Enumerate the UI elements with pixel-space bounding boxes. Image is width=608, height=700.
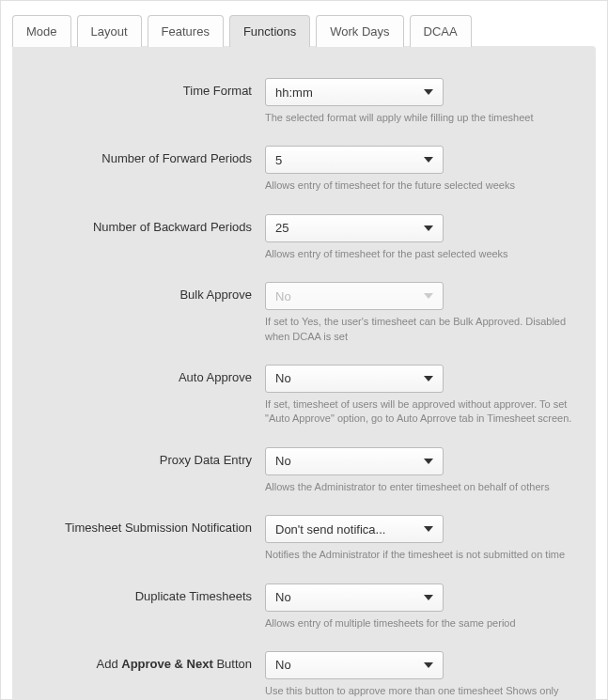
proxy-entry-select[interactable]: No [265, 447, 444, 475]
svg-marker-3 [424, 293, 433, 299]
field-control: No If set to Yes, the user's timesheet c… [265, 282, 573, 344]
field-control: Don't send notifica... Notifies the Admi… [265, 515, 573, 562]
svg-marker-2 [424, 226, 433, 231]
field-hint: If set to Yes, the user's timesheet can … [265, 315, 573, 344]
tab-functions[interactable]: Functions [229, 15, 310, 47]
field-label: Auto Approve [35, 365, 265, 384]
forward-periods-select[interactable]: 5 [265, 146, 444, 174]
chevron-down-icon [424, 595, 433, 600]
chevron-down-icon [424, 526, 433, 532]
field-control: 5 Allows entry of timesheet for the futu… [265, 146, 573, 193]
field-control: 25 Allows entry of timesheet for the pas… [265, 214, 573, 261]
field-hint: Use this button to approve more than one… [265, 684, 573, 700]
field-label: Add Approve & Next Button [35, 651, 265, 671]
select-value: Don't send notifica... [275, 522, 385, 537]
svg-marker-4 [424, 376, 433, 381]
select-value: No [275, 454, 291, 468]
field-control: No Allows entry of multiple timesheets f… [265, 583, 573, 630]
field-row-forward-periods: Number of Forward Periods 5 Allows entry… [35, 146, 573, 193]
field-row-submission-notification: Timesheet Submission Notification Don't … [35, 515, 573, 562]
tab-layout[interactable]: Layout [77, 15, 142, 47]
select-value: No [275, 590, 291, 604]
duplicate-timesheets-select[interactable]: No [265, 583, 444, 612]
chevron-down-icon [424, 226, 433, 231]
tab-label: DCAA [424, 24, 458, 39]
field-row-duplicate-timesheets: Duplicate Timesheets No Allows entry of … [35, 583, 573, 630]
chevron-down-icon [424, 157, 433, 163]
submission-notification-select[interactable]: Don't send notifica... [265, 515, 444, 543]
field-label: Number of Backward Periods [35, 214, 265, 234]
tab-label: Features [162, 24, 210, 39]
tab-features[interactable]: Features [148, 15, 224, 47]
backward-periods-select[interactable]: 25 [265, 214, 444, 242]
field-row-approve-next: Add Approve & Next Button No Use this bu… [35, 651, 573, 700]
field-control: No Use this button to approve more than … [265, 651, 573, 700]
select-value: No [275, 658, 291, 672]
tab-dcaa[interactable]: DCAA [410, 15, 472, 47]
field-label: Proxy Data Entry [35, 447, 265, 467]
chevron-down-icon [424, 89, 433, 95]
chevron-down-icon [424, 459, 433, 464]
select-value: No [275, 371, 291, 385]
svg-marker-1 [424, 157, 433, 163]
field-hint: Allows entry of multiple timesheets for … [265, 616, 573, 630]
field-label: Duplicate Timesheets [35, 583, 265, 603]
field-hint: The selected format will apply while fil… [265, 111, 573, 125]
svg-marker-8 [424, 662, 433, 668]
tab-work-days[interactable]: Work Days [316, 15, 403, 47]
field-hint: Notifies the Administrator if the timesh… [265, 548, 573, 562]
label-bold: Approve & Next [121, 657, 213, 671]
field-control: hh:mm The selected format will apply whi… [265, 78, 573, 125]
time-format-select[interactable]: hh:mm [265, 78, 444, 106]
label-prefix: Add [97, 657, 122, 671]
field-hint: Allows entry of timesheet for the past s… [265, 247, 573, 261]
field-label: Number of Forward Periods [35, 146, 265, 165]
settings-container: Mode Layout Features Functions Work Days… [0, 0, 608, 700]
chevron-down-icon [424, 293, 433, 299]
field-row-auto-approve: Auto Approve No If set, timesheet of use… [35, 365, 573, 427]
field-label: Bulk Approve [35, 282, 265, 302]
field-label: Time Format [35, 78, 265, 98]
svg-marker-6 [424, 526, 433, 532]
field-control: No Allows the Administrator to enter tim… [265, 447, 573, 494]
select-value: 5 [275, 153, 282, 167]
field-row-proxy-entry: Proxy Data Entry No Allows the Administr… [35, 447, 573, 494]
field-hint: Allows entry of timesheet for the future… [265, 179, 573, 193]
approve-next-select[interactable]: No [265, 651, 444, 679]
field-control: No If set, timesheet of users will be ap… [265, 365, 573, 427]
bulk-approve-select: No [265, 282, 444, 310]
label-suffix: Button [213, 657, 252, 671]
tab-bar: Mode Layout Features Functions Work Days… [12, 14, 596, 46]
svg-marker-5 [424, 459, 433, 464]
tab-label: Functions [243, 24, 296, 39]
tab-panel-functions: Time Format hh:mm The selected format wi… [12, 46, 596, 700]
select-value: 25 [275, 221, 288, 235]
tab-label: Work Days [330, 24, 389, 39]
chevron-down-icon [424, 662, 433, 668]
field-hint: If set, timesheet of users will be appro… [265, 397, 573, 427]
tab-label: Layout [91, 24, 128, 39]
field-row-bulk-approve: Bulk Approve No If set to Yes, the user'… [35, 282, 573, 344]
field-label: Timesheet Submission Notification [35, 515, 265, 535]
field-row-time-format: Time Format hh:mm The selected format wi… [35, 78, 573, 125]
tab-mode[interactable]: Mode [12, 15, 71, 47]
tab-label: Mode [26, 24, 57, 39]
select-value: hh:mm [275, 86, 313, 100]
field-hint: Allows the Administrator to enter timesh… [265, 480, 573, 494]
auto-approve-select[interactable]: No [265, 365, 444, 393]
svg-marker-0 [424, 89, 433, 95]
field-row-backward-periods: Number of Backward Periods 25 Allows ent… [35, 214, 573, 261]
svg-marker-7 [424, 595, 433, 600]
select-value: No [275, 289, 291, 303]
chevron-down-icon [424, 376, 433, 381]
